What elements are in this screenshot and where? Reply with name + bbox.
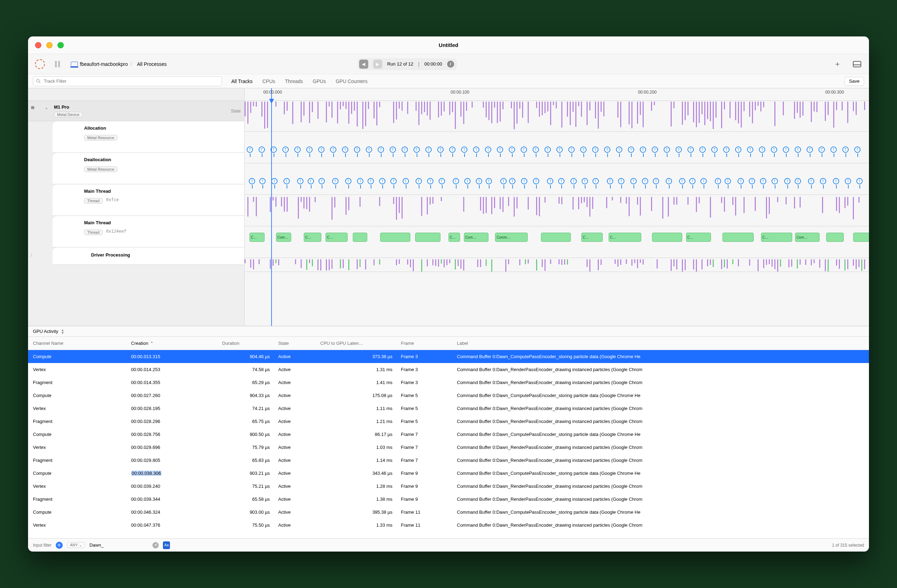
resource-marker[interactable]: T bbox=[357, 178, 363, 184]
filter-any-dropdown[interactable]: ANY ⌄ bbox=[67, 542, 85, 548]
resource-marker[interactable]: T bbox=[666, 178, 672, 184]
resource-marker[interactable]: T bbox=[640, 147, 646, 153]
lane-allocation[interactable]: TTTTTTTTTTTTTTTTTTTTTTTTTTTTTTTTTTTTTTTT… bbox=[245, 132, 869, 163]
table-row[interactable]: Vertex 00:00.039.240 75.21 µs Active 1.2… bbox=[28, 480, 869, 493]
track-row-main-thread-2[interactable]: Main Thread Thread 0xfce bbox=[52, 184, 244, 216]
resource-marker[interactable]: T bbox=[747, 147, 753, 153]
resource-marker[interactable]: T bbox=[723, 147, 730, 153]
table-row[interactable]: Vertex 00:00.028.195 74.21 µs Active 1.1… bbox=[28, 402, 869, 415]
command-buffer-block[interactable] bbox=[380, 233, 410, 242]
track-row-allocation-0[interactable]: Allocation Metal Resource bbox=[52, 121, 244, 153]
record-button[interactable] bbox=[34, 58, 46, 70]
resource-marker[interactable]: T bbox=[771, 147, 777, 153]
save-button[interactable]: Save bbox=[845, 77, 864, 86]
resource-marker[interactable]: T bbox=[330, 147, 336, 153]
timeline[interactable]: 00:00.00000:00.10000:00.20000:00.300 TTT… bbox=[245, 88, 869, 326]
resource-marker[interactable]: T bbox=[845, 178, 851, 184]
resource-marker[interactable]: T bbox=[842, 147, 849, 153]
resource-marker[interactable]: T bbox=[795, 178, 801, 184]
table-row[interactable]: Compute 00:00.027.260 904.33 µs Active 1… bbox=[28, 389, 869, 402]
resource-marker[interactable]: T bbox=[689, 178, 695, 184]
resource-marker[interactable]: T bbox=[592, 178, 599, 184]
resource-marker[interactable]: T bbox=[759, 147, 765, 153]
table-row[interactable]: Fragment 00:00.039.344 65.58 µs Active 1… bbox=[28, 493, 869, 506]
command-buffer-block[interactable]: Com… bbox=[464, 233, 488, 242]
resource-marker[interactable]: T bbox=[738, 178, 744, 184]
command-buffer-block[interactable]: C… bbox=[448, 233, 460, 242]
resource-marker[interactable]: T bbox=[628, 147, 634, 153]
toggle-panel-button[interactable] bbox=[851, 58, 863, 70]
resource-marker[interactable]: T bbox=[501, 178, 507, 184]
resource-marker[interactable]: T bbox=[819, 147, 825, 153]
resource-marker[interactable]: T bbox=[556, 147, 563, 153]
resource-marker[interactable]: T bbox=[675, 147, 682, 153]
lane-deallocation[interactable]: TTTTTTTTTTTTTTTTTTTTTTTTTTTTTTTTTTTTTTTT… bbox=[245, 163, 869, 195]
resource-marker[interactable]: T bbox=[582, 178, 588, 184]
bottom-tab[interactable]: GPU Activity ▲▼ bbox=[28, 326, 869, 337]
add-button[interactable]: ＋ bbox=[832, 58, 843, 70]
prev-run-button[interactable]: ◀ bbox=[359, 60, 368, 69]
track-tab-all-tracks[interactable]: All Tracks bbox=[231, 78, 253, 84]
column-header[interactable]: Label bbox=[457, 341, 864, 346]
gpu-activity-grid[interactable]: Compute 00:00.013.315 904.46 µs Active 3… bbox=[28, 350, 869, 538]
lane-main-thread-b[interactable]: C…Com…C…C…C…Com…Comm…C…C…C…C…Com…C…C…Com… bbox=[245, 227, 869, 258]
resource-marker[interactable]: T bbox=[618, 178, 625, 184]
resource-marker[interactable]: T bbox=[485, 147, 491, 153]
resource-marker[interactable]: T bbox=[521, 178, 527, 184]
resource-marker[interactable]: T bbox=[580, 147, 586, 153]
resource-marker[interactable]: T bbox=[354, 147, 360, 153]
command-buffer-block[interactable]: C… bbox=[250, 233, 265, 242]
resource-marker[interactable]: T bbox=[439, 178, 445, 184]
resource-marker[interactable]: T bbox=[571, 178, 577, 184]
command-buffer-block[interactable]: C… bbox=[304, 233, 321, 242]
resource-marker[interactable]: T bbox=[390, 147, 396, 153]
resource-marker[interactable]: T bbox=[366, 147, 372, 153]
resource-marker[interactable]: T bbox=[642, 178, 648, 184]
resource-marker[interactable]: T bbox=[403, 178, 409, 184]
track-row-driver-processing[interactable]: 〉Driver Processing bbox=[52, 247, 244, 265]
track-tab-cpus[interactable]: CPUs bbox=[262, 78, 276, 84]
track-root-m1pro[interactable]: ▦ ⌄ M1 Pro Metal Device State bbox=[28, 101, 244, 121]
column-header[interactable]: Creation ⌃ bbox=[131, 341, 222, 346]
resource-marker[interactable]: T bbox=[259, 147, 265, 153]
lane-state[interactable] bbox=[245, 101, 869, 132]
resource-marker[interactable]: T bbox=[592, 147, 599, 153]
resource-marker[interactable]: T bbox=[820, 178, 826, 184]
column-header[interactable]: Frame bbox=[401, 341, 457, 346]
resource-marker[interactable]: T bbox=[784, 178, 790, 184]
filter-chip-icon[interactable]: ⊜ bbox=[56, 542, 63, 549]
table-row[interactable]: Compute 00:00.046.324 903.00 µs Active 3… bbox=[28, 506, 869, 519]
resource-marker[interactable]: T bbox=[808, 178, 814, 184]
resource-marker[interactable]: T bbox=[318, 147, 325, 153]
target-breadcrumb[interactable]: fbeaufort-macbookpro 〉 All Processes bbox=[71, 61, 167, 67]
resource-marker[interactable]: T bbox=[297, 178, 303, 184]
resource-marker[interactable]: T bbox=[427, 178, 433, 184]
resource-marker[interactable]: T bbox=[735, 147, 741, 153]
command-buffer-block[interactable] bbox=[826, 233, 843, 242]
table-row[interactable]: Vertex 00:00.014.253 74.58 µs Active 1.3… bbox=[28, 363, 869, 376]
resource-marker[interactable]: T bbox=[521, 147, 527, 153]
table-row[interactable]: Vertex 00:00.029.696 75.79 µs Active 1.0… bbox=[28, 441, 869, 454]
column-header[interactable]: Channel Name bbox=[33, 341, 131, 346]
resource-marker[interactable]: T bbox=[306, 147, 312, 153]
resource-marker[interactable]: T bbox=[545, 147, 551, 153]
resource-marker[interactable]: T bbox=[533, 147, 539, 153]
resource-marker[interactable]: T bbox=[461, 147, 467, 153]
resource-marker[interactable]: T bbox=[390, 178, 396, 184]
command-buffer-block[interactable]: C… bbox=[686, 233, 711, 242]
table-row[interactable]: Fragment 00:00.028.296 65.75 µs Active 1… bbox=[28, 415, 869, 428]
resource-marker[interactable]: T bbox=[345, 178, 351, 184]
track-tab-threads[interactable]: Threads bbox=[285, 78, 303, 84]
resource-marker[interactable]: T bbox=[246, 147, 253, 153]
playhead[interactable] bbox=[271, 88, 272, 326]
command-buffer-block[interactable] bbox=[853, 233, 869, 242]
track-tab-gpus[interactable]: GPUs bbox=[313, 78, 326, 84]
resource-marker[interactable]: T bbox=[700, 178, 707, 184]
column-header[interactable]: Duration bbox=[222, 341, 278, 346]
resource-marker[interactable]: T bbox=[473, 147, 479, 153]
resource-marker[interactable]: T bbox=[725, 178, 731, 184]
resource-marker[interactable]: T bbox=[509, 147, 515, 153]
resource-marker[interactable]: T bbox=[807, 147, 813, 153]
lane-driver-processing[interactable] bbox=[245, 258, 869, 272]
resource-marker[interactable]: T bbox=[378, 147, 384, 153]
